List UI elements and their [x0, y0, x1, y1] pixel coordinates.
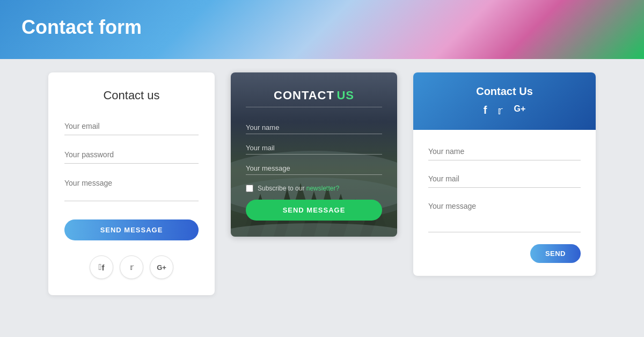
card-minimal: Contact us SEND MESSAGE  f 𝕣 G+	[48, 72, 215, 295]
message-field-group	[64, 174, 199, 203]
subscribe-row: Subscribe to our newsletter?	[246, 185, 382, 192]
card1-title: Contact us	[64, 89, 199, 102]
card3-twitter-icon[interactable]: 𝕣	[497, 104, 503, 117]
card2-mail-field: Your mail	[246, 144, 382, 155]
card3-social-row: f 𝕣 G+	[429, 104, 580, 117]
card2-message-field: Your message	[246, 164, 382, 175]
message-field-divider	[246, 174, 382, 175]
card3-body: SEND	[413, 130, 596, 276]
page-title: Contact form	[0, 0, 644, 55]
title-divider	[246, 107, 382, 107]
social-links:  f 𝕣 G+	[64, 255, 199, 279]
card-forest: CONTACT US Your name Your mail Your mess…	[231, 72, 397, 237]
send-message-button[interactable]: SEND MESSAGE	[64, 219, 199, 240]
facebook-label: f	[101, 263, 104, 272]
card2-send-button[interactable]: SEND MESSAGE	[246, 200, 382, 221]
twitter-button[interactable]: 𝕣	[120, 255, 143, 279]
facebook-button[interactable]:  f	[90, 255, 113, 279]
mail-field-divider	[246, 154, 382, 155]
card3-mail-field	[428, 170, 581, 188]
card3-message-textarea[interactable]	[428, 197, 581, 232]
card2-content: CONTACT US Your name Your mail Your mess…	[231, 72, 397, 237]
email-input[interactable]	[64, 118, 199, 135]
card3-header: Contact Us f 𝕣 G+	[413, 72, 596, 130]
card2-title: CONTACT US	[246, 89, 382, 102]
main-content: Contact us SEND MESSAGE  f 𝕣 G+	[0, 59, 644, 309]
googleplus-icon: G+	[157, 263, 166, 272]
newsletter-link[interactable]: newsletter?	[306, 185, 339, 192]
name-field-divider	[246, 134, 382, 134]
email-field-group	[64, 118, 199, 135]
card3-googleplus-icon[interactable]: G+	[514, 104, 525, 117]
card2-name-label: Your name	[246, 123, 382, 131]
card3-footer: SEND	[428, 244, 581, 263]
password-field-group	[64, 146, 199, 164]
card-blue-header: Contact Us f 𝕣 G+ SEND	[413, 72, 596, 276]
card3-mail-input[interactable]	[428, 170, 581, 188]
card2-header: CONTACT US	[246, 89, 382, 107]
subscribe-label: Subscribe to our newsletter?	[258, 185, 339, 192]
card3-message-field	[428, 197, 581, 235]
us-text: US	[336, 89, 354, 102]
password-input[interactable]	[64, 146, 199, 164]
card2-mail-label: Your mail	[246, 144, 382, 152]
card3-send-button[interactable]: SEND	[530, 244, 581, 263]
contact-text: CONTACT	[274, 89, 334, 102]
subscribe-checkbox[interactable]	[246, 185, 253, 192]
googleplus-button[interactable]: G+	[150, 255, 173, 279]
message-textarea[interactable]	[64, 174, 199, 201]
card3-facebook-icon[interactable]: f	[484, 104, 487, 117]
card3-name-field	[428, 143, 581, 160]
card2-message-label: Your message	[246, 164, 382, 172]
card3-title: Contact Us	[429, 85, 580, 98]
twitter-icon: 𝕣	[130, 262, 134, 272]
header: Contact form	[0, 0, 644, 59]
card3-name-input[interactable]	[428, 143, 581, 160]
card2-name-field: Your name	[246, 123, 382, 134]
